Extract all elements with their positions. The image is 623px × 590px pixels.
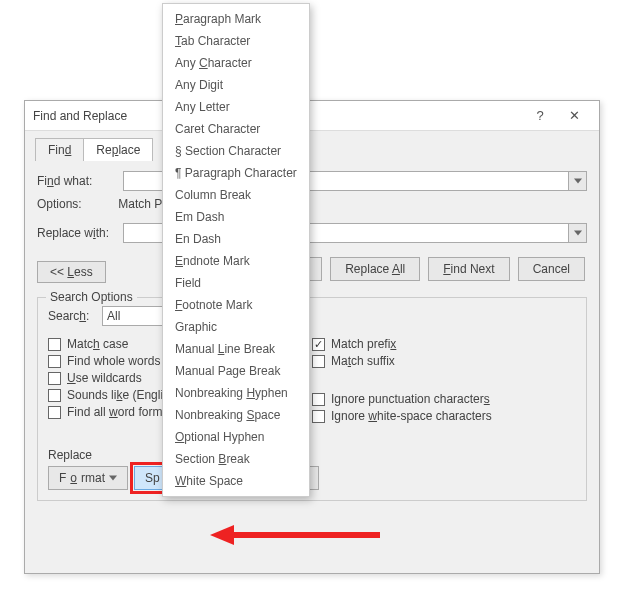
menu-item[interactable]: White Space bbox=[163, 470, 309, 492]
menu-item[interactable]: Nonbreaking Space bbox=[163, 404, 309, 426]
chevron-down-icon bbox=[574, 230, 582, 236]
check-match-prefix[interactable]: Match prefix bbox=[312, 337, 576, 351]
checkbox-icon bbox=[48, 406, 61, 419]
checkbox-checked-icon bbox=[312, 338, 325, 351]
replace-with-dropdown[interactable] bbox=[568, 224, 586, 242]
chevron-down-icon bbox=[574, 178, 582, 184]
menu-item[interactable]: Caret Character bbox=[163, 118, 309, 140]
less-button[interactable]: << Less bbox=[37, 261, 106, 283]
titlebar: Find and Replace ? ✕ bbox=[25, 101, 599, 131]
dialog-body: Find what: Options: Match Prefix Replace… bbox=[25, 161, 599, 511]
menu-item[interactable]: Em Dash bbox=[163, 206, 309, 228]
menu-item[interactable]: En Dash bbox=[163, 228, 309, 250]
help-button[interactable]: ? bbox=[523, 108, 557, 123]
tabs: Find Replace Go To bbox=[25, 131, 599, 161]
find-what-row: Find what: bbox=[37, 171, 587, 191]
menu-item[interactable]: Nonbreaking Hyphen bbox=[163, 382, 309, 404]
menu-item[interactable]: Footnote Mark bbox=[163, 294, 309, 316]
tab-replace[interactable]: Replace bbox=[83, 138, 153, 161]
close-button[interactable]: ✕ bbox=[557, 108, 591, 123]
menu-item[interactable]: Any Letter bbox=[163, 96, 309, 118]
search-options-fieldset: Search Options Search: All Match case Fi… bbox=[37, 297, 587, 501]
find-what-label: Find what: bbox=[37, 174, 115, 188]
format-button[interactable]: Format bbox=[48, 466, 128, 490]
replace-with-label: Replace with: bbox=[37, 226, 115, 240]
search-direction-value: All bbox=[107, 309, 120, 323]
menu-item[interactable]: Graphic bbox=[163, 316, 309, 338]
menu-item[interactable]: Any Character bbox=[163, 52, 309, 74]
find-replace-dialog: Find and Replace ? ✕ Find Replace Go To … bbox=[24, 100, 600, 574]
find-what-dropdown[interactable] bbox=[568, 172, 586, 190]
tab-find[interactable]: Find bbox=[35, 138, 84, 161]
spacer bbox=[312, 371, 576, 389]
options-columns: Match case Find whole words only Use wil… bbox=[48, 334, 576, 426]
menu-item[interactable]: Paragraph Mark bbox=[163, 8, 309, 30]
menu-item[interactable]: Manual Page Break bbox=[163, 360, 309, 382]
checkbox-icon bbox=[312, 410, 325, 423]
menu-item[interactable]: Endnote Mark bbox=[163, 250, 309, 272]
checkbox-icon bbox=[312, 393, 325, 406]
checkbox-icon bbox=[48, 338, 61, 351]
special-menu[interactable]: Paragraph MarkTab CharacterAny Character… bbox=[162, 3, 310, 497]
find-next-button[interactable]: Find Next bbox=[428, 257, 509, 281]
options-right-col: Match prefix Match suffix Ignore punctua… bbox=[312, 334, 576, 426]
checkbox-icon bbox=[48, 372, 61, 385]
cancel-button[interactable]: Cancel bbox=[518, 257, 585, 281]
check-match-suffix[interactable]: Match suffix bbox=[312, 354, 576, 368]
search-options-legend: Search Options bbox=[46, 290, 137, 304]
menu-item[interactable]: Optional Hyphen bbox=[163, 426, 309, 448]
menu-item[interactable]: Field bbox=[163, 272, 309, 294]
replace-section: Replace Format Special No Formatting bbox=[48, 448, 576, 490]
menu-item[interactable]: Section Break bbox=[163, 448, 309, 470]
check-ignore-punct[interactable]: Ignore punctuation characters bbox=[312, 392, 576, 406]
chevron-down-icon bbox=[109, 475, 117, 481]
check-ignore-space[interactable]: Ignore white-space characters bbox=[312, 409, 576, 423]
checkbox-icon bbox=[48, 355, 61, 368]
menu-item[interactable]: Tab Character bbox=[163, 30, 309, 52]
search-direction-row: Search: All bbox=[48, 306, 576, 326]
replace-button-row: Format Special No Formatting bbox=[48, 466, 576, 490]
checkbox-icon bbox=[312, 355, 325, 368]
menu-item[interactable]: Manual Line Break bbox=[163, 338, 309, 360]
replace-section-legend: Replace bbox=[48, 448, 576, 462]
options-line: Options: Match Prefix bbox=[37, 197, 587, 211]
menu-item[interactable]: ¶ Paragraph Character bbox=[163, 162, 309, 184]
menu-item[interactable]: § Section Character bbox=[163, 140, 309, 162]
options-label: Options: bbox=[37, 197, 115, 211]
replace-with-row: Replace with: bbox=[37, 223, 587, 243]
menu-item[interactable]: Column Break bbox=[163, 184, 309, 206]
replace-all-button[interactable]: Replace All bbox=[330, 257, 420, 281]
checkbox-icon bbox=[48, 389, 61, 402]
menu-item[interactable]: Any Digit bbox=[163, 74, 309, 96]
search-direction-label: Search: bbox=[48, 309, 96, 323]
